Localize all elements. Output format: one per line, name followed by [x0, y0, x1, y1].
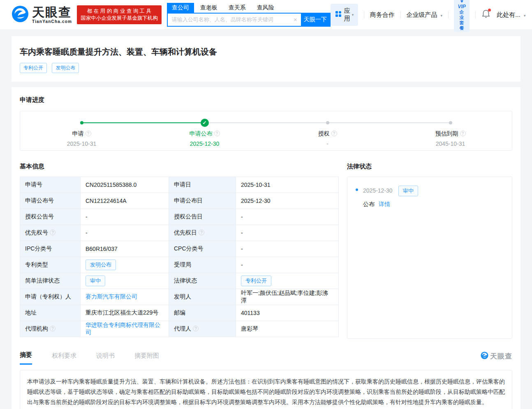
- row-value: 2025-12-30: [241, 198, 271, 204]
- help-icon[interactable]: ?: [331, 131, 337, 136]
- row-value: 2025-10-31: [241, 182, 271, 188]
- help-icon[interactable]: ?: [86, 131, 91, 136]
- patent-tag-publication: 专利公开: [20, 63, 47, 73]
- search-button[interactable]: 天眼一下: [301, 14, 330, 26]
- basic-info-section: 基本信息 申请号 CN202511585388.0 申请日 2025-10-31…: [20, 163, 339, 339]
- help-icon[interactable]: ?: [193, 326, 199, 331]
- tianyancha-logo[interactable]: 天眼查 TianYanCha.com: [12, 5, 72, 24]
- row-label: CPC分类号: [174, 245, 204, 252]
- basic-info-table: 申请号 CN202511585388.0 申请日 2025-10-31 申请公布…: [20, 177, 339, 337]
- abstract-text: 本申请涉及一种车内乘客睡眠质量提升方法、装置、车辆和计算机设备。所述方法包括：在…: [27, 377, 505, 407]
- logo-eye-icon: [12, 5, 29, 24]
- row-value: CN202511585388.0: [86, 182, 136, 188]
- header-nav: 应用 ▾ 商务合作 企业级产品 ▾ ♥ VIP 企业套餐 此处有... ▾: [331, 0, 526, 32]
- timeline-step-granted: 授权? -: [282, 130, 373, 147]
- search-tab-relation[interactable]: 查关系: [229, 3, 246, 13]
- row-label: 邮编: [174, 309, 185, 316]
- row-value: -: [241, 262, 243, 268]
- logo-title: 天眼查: [32, 6, 72, 18]
- step-date: 2025-10-31: [37, 140, 127, 147]
- timeline-progress-fill: [82, 122, 205, 123]
- step-check-icon: ✓: [201, 119, 209, 127]
- tab-abstract-figure[interactable]: 摘要附图: [134, 352, 159, 364]
- table-row: IPC分类号 B60R16/037 CPC分类号 -: [20, 241, 339, 257]
- row-label: 地址: [25, 309, 37, 316]
- table-row: 专利类型 发明公布 受理局 -: [20, 257, 339, 273]
- legal-date: 2025-12-30: [363, 187, 393, 194]
- nav-item-more[interactable]: 此处有... ▾: [497, 11, 525, 19]
- timeline-step-expiry: 预估到期? 2045-10-31: [405, 130, 496, 147]
- row-value: -: [86, 214, 88, 220]
- timeline-step-published: 申请公布? 2025-12-30: [160, 130, 250, 147]
- legal-detail-link[interactable]: 详情: [379, 201, 390, 207]
- row-label: IPC分类号: [25, 245, 52, 252]
- row-label: 优先权日: [174, 229, 197, 236]
- row-label: 代理人: [174, 325, 191, 332]
- clear-icon[interactable]: ×: [290, 16, 301, 23]
- patent-tags: 专利公开 发明公布: [20, 63, 512, 73]
- agent-value: 唐彩琴: [241, 325, 258, 332]
- search-box: × 天眼一下: [167, 13, 331, 27]
- row-value: -: [241, 214, 243, 220]
- tab-abstract[interactable]: 摘要: [20, 351, 32, 365]
- legal-status-tag: 专利公开: [241, 276, 271, 286]
- page-content: 车内乘客睡眠质量提升方法、装置、车辆和计算机设备 专利公开 发明公布 申请进度 …: [0, 30, 532, 409]
- search-tab-risk[interactable]: 查风险: [257, 3, 274, 13]
- row-value: -: [241, 246, 243, 252]
- watermark-logo-icon: [481, 352, 488, 361]
- table-row: 申请号 CN202511585388.0 申请日 2025-10-31: [20, 177, 339, 193]
- legal-status-section: 法律状态 2025-12-30 审中 公布 详情: [347, 163, 512, 339]
- section-title-basic-info: 基本信息: [20, 163, 339, 170]
- row-label: 优先权号: [25, 229, 48, 236]
- table-row: 申请公布号 CN121224614A 申请公布日 2025-12-30: [20, 193, 339, 209]
- search-tab-boss[interactable]: 查老板: [200, 3, 217, 13]
- step-dot-granted: [326, 121, 329, 124]
- nav-item-enterprise-products[interactable]: 企业级产品 ▾: [406, 11, 442, 19]
- patent-title: 车内乘客睡眠质量提升方法、装置、车辆和计算机设备: [20, 46, 512, 57]
- bullet-dot-icon: [356, 188, 358, 191]
- apps-menu-button[interactable]: 应用 ▾: [331, 4, 359, 26]
- logo-subtitle: TianYanCha.com: [32, 20, 72, 24]
- legal-action: 公布: [363, 201, 375, 207]
- search-input[interactable]: [168, 14, 290, 26]
- abstract-box: 本申请涉及一种车内乘客睡眠质量提升方法、装置、车辆和计算机设备。所述方法包括：在…: [20, 370, 512, 409]
- row-label: 申请号: [25, 181, 42, 188]
- info-columns: 基本信息 申请号 CN202511585388.0 申请日 2025-10-31…: [20, 163, 512, 339]
- applicant-company-link[interactable]: 赛力斯汽车有限公司: [86, 293, 137, 300]
- notification-bell-icon[interactable]: [482, 9, 490, 20]
- help-icon[interactable]: ?: [50, 326, 56, 331]
- caret-down-icon: ▾: [440, 14, 442, 18]
- search-tab-company[interactable]: 查公司: [167, 3, 194, 13]
- patent-header-card: 车内乘客睡眠质量提升方法、装置、车辆和计算机设备 专利公开 发明公布: [12, 36, 520, 82]
- patent-tag-invention: 发明公布: [52, 63, 79, 73]
- row-label: 申请公布日: [174, 197, 203, 204]
- watermark-logo: 天眼查: [481, 352, 512, 364]
- help-icon[interactable]: ?: [214, 131, 220, 136]
- help-icon[interactable]: ?: [199, 230, 204, 235]
- timeline-track: [82, 122, 451, 123]
- row-label: 申请（专利权）人: [25, 293, 71, 300]
- help-icon[interactable]: ?: [460, 131, 466, 136]
- nav-item-business-cooperation[interactable]: 商务合作: [370, 11, 395, 19]
- tab-claims[interactable]: 权利要求: [52, 352, 76, 364]
- application-progress-panel: ✓ 申请? 2025-10-31 申请公布? 2025-12-30 授权? - …: [20, 111, 512, 151]
- row-value: CN121224614A: [86, 198, 127, 204]
- table-row: 申请（专利权）人 赛力斯汽车有限公司 发明人 叶军一;颜伏伍;赵品斌;李位建;彭…: [20, 289, 339, 305]
- row-value: -: [241, 230, 243, 236]
- postcode-value: 401133: [241, 310, 260, 316]
- legal-status-item: 2025-12-30 审中 公布 详情: [356, 186, 504, 208]
- patent-type-tag: 发明公布: [86, 260, 116, 270]
- legal-pending-tag: 审中: [398, 186, 418, 196]
- agency-link[interactable]: 华进联合专利商标代理有限公司: [86, 322, 160, 335]
- timeline-step-filed: 申请? 2025-10-31: [37, 130, 127, 147]
- help-icon[interactable]: ?: [50, 230, 56, 235]
- tab-description[interactable]: 说明书: [96, 352, 115, 364]
- promo-line1: 都 在 用 的 商 业 查 询 工 具: [81, 8, 158, 15]
- row-label: 授权公告日: [174, 213, 203, 220]
- row-label: 简单法律状态: [25, 277, 60, 284]
- vip-package-badge[interactable]: ♥ VIP 企业套餐: [454, 0, 469, 32]
- step-date: -: [282, 140, 373, 147]
- watermark-text: 天眼查: [490, 352, 512, 361]
- address-value: 重庆市江北区福生大道229号: [86, 309, 158, 316]
- caret-down-icon: ▾: [524, 14, 526, 18]
